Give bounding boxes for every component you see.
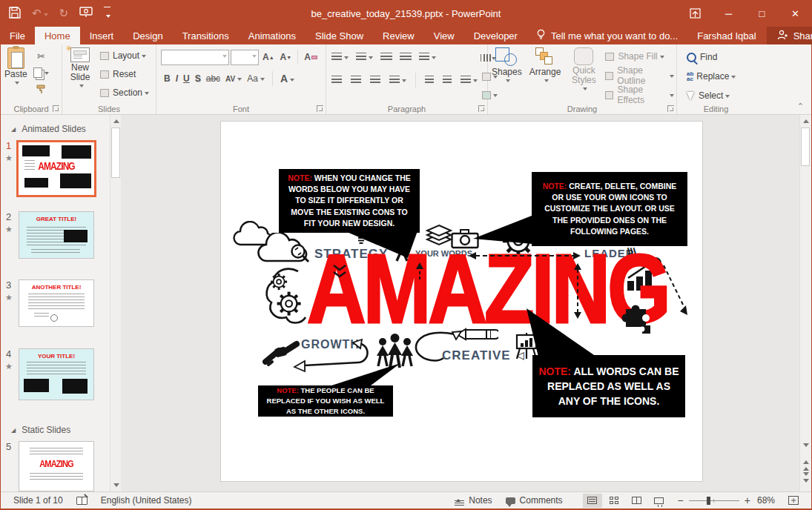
paste-button[interactable]: Paste xyxy=(1,44,31,85)
previous-slide-button[interactable] xyxy=(800,457,811,471)
paragraph-dialog-launcher[interactable] xyxy=(478,105,485,112)
user-account[interactable]: Farshad Iqbal xyxy=(687,27,767,44)
handshake-icon[interactable] xyxy=(263,337,300,371)
tab-developer[interactable]: Developer xyxy=(464,27,527,44)
collapse-ribbon-button[interactable]: ⌃ xyxy=(797,102,804,111)
ribbon-display-options-button[interactable] xyxy=(679,0,712,27)
pane-scroll-thumb[interactable] xyxy=(111,128,120,178)
strikethrough-button[interactable]: abc xyxy=(206,73,220,84)
tab-design[interactable]: Design xyxy=(123,27,172,44)
zoom-out-button[interactable]: − xyxy=(678,494,684,506)
comments-button[interactable]: Comments xyxy=(499,492,570,509)
puzzle-icon[interactable] xyxy=(620,300,653,337)
shape-fill-button[interactable]: Shape Fill xyxy=(603,48,676,64)
text-shadow-button[interactable]: S xyxy=(195,73,201,84)
zoom-in-button[interactable]: + xyxy=(745,494,750,506)
underline-button[interactable]: U xyxy=(183,73,190,84)
arrange-button[interactable]: Arrange xyxy=(526,44,565,83)
align-center-button[interactable] xyxy=(349,72,363,88)
note-callout-top-left[interactable]: NOTE: WHEN YOU CHANGE THE WORDS BELOW YO… xyxy=(279,169,420,233)
tab-animations[interactable]: Animations xyxy=(239,27,306,44)
grow-font-button[interactable]: A▲ xyxy=(260,49,277,65)
cloud-gears-icon[interactable] xyxy=(264,265,311,334)
slide-thumbnail-4[interactable]: YOUR TITLE! xyxy=(19,348,94,400)
section-header-animated[interactable]: ◢ Animated Slides xyxy=(11,124,86,134)
section-header-static[interactable]: ◢ Static Slides xyxy=(11,425,70,435)
section-button[interactable]: Section xyxy=(98,85,151,101)
note-callout-bottom-left[interactable]: NOTE: THE PEOPLE CAN BE REPLACED IF YOU … xyxy=(258,385,393,417)
tab-file[interactable]: File xyxy=(0,27,35,44)
word-creative[interactable]: CREATIVE xyxy=(442,348,511,363)
justify-button[interactable] xyxy=(387,72,409,88)
note-callout-bottom-right[interactable]: NOTE: ALL WORDS CAN BE REPLACED AS WELL … xyxy=(532,355,685,417)
tab-insert[interactable]: Insert xyxy=(80,27,124,44)
new-slide-button[interactable]: ✳ New Slide xyxy=(62,44,98,88)
slide-indicator[interactable]: Slide 1 of 10 xyxy=(7,492,70,509)
undo-button[interactable]: ↶ xyxy=(32,7,48,20)
align-right-button[interactable] xyxy=(368,72,383,88)
increase-indent-button[interactable] xyxy=(397,49,414,65)
share-button[interactable]: Share xyxy=(767,27,812,44)
slide-thumbnail-5[interactable]: AMAZING xyxy=(19,441,94,491)
slide-thumbnail-1[interactable]: AMAZING xyxy=(16,140,96,197)
tab-review[interactable]: Review xyxy=(373,27,424,44)
pane-scroll-up-button[interactable] xyxy=(110,115,122,127)
decrease-indent-button[interactable] xyxy=(378,49,395,65)
find-button[interactable]: Find xyxy=(684,49,755,65)
tab-transitions[interactable]: Transitions xyxy=(173,27,239,44)
canvas-scroll-up-button[interactable] xyxy=(800,115,811,127)
italic-button[interactable]: I xyxy=(176,73,178,84)
tell-me-box[interactable]: Tell me what you want to do... xyxy=(527,27,687,44)
change-case-button[interactable]: Aa xyxy=(247,73,265,84)
zoom-slider-thumb[interactable] xyxy=(707,497,710,505)
pane-scroll-down-button[interactable] xyxy=(110,480,122,491)
start-slideshow-button[interactable] xyxy=(79,7,93,20)
slide-thumbnail-2[interactable]: GREAT TITLE! xyxy=(19,211,94,259)
view-slideshow-button[interactable] xyxy=(650,494,669,508)
quick-styles-button[interactable]: Quick Styles xyxy=(564,44,603,91)
bullets-button[interactable] xyxy=(329,49,351,65)
close-button[interactable]: ✕ xyxy=(779,0,812,27)
view-slide-sorter-button[interactable] xyxy=(605,494,624,508)
layout-button[interactable]: Layout xyxy=(98,47,151,64)
redo-button[interactable]: ↻ xyxy=(59,7,69,20)
text-direction-ltr-button[interactable] xyxy=(423,72,436,88)
shape-effects-button[interactable]: Shape Effects xyxy=(603,87,676,103)
tab-home[interactable]: Home xyxy=(35,27,80,44)
next-slide-button[interactable] xyxy=(800,472,811,486)
align-left-button[interactable] xyxy=(329,72,344,88)
word-amazing[interactable]: AMAZING xyxy=(307,240,668,338)
view-reading-button[interactable] xyxy=(627,494,647,508)
font-size-combo[interactable] xyxy=(231,50,259,65)
columns-button[interactable] xyxy=(458,72,480,88)
cut-button[interactable]: ✂ xyxy=(31,48,51,64)
canvas-scroll-thumb[interactable] xyxy=(801,128,810,166)
pencil-icon[interactable] xyxy=(455,328,498,344)
shape-outline-button[interactable]: Shape Outline xyxy=(603,67,676,84)
maximize-button[interactable]: □ xyxy=(745,0,779,27)
copy-button[interactable] xyxy=(31,64,51,81)
character-spacing-button[interactable]: AV xyxy=(225,73,242,84)
tab-view[interactable]: View xyxy=(424,27,464,44)
save-button[interactable] xyxy=(9,7,21,21)
numbering-button[interactable] xyxy=(354,49,375,65)
slide-canvas[interactable]: STRATEGY YOUR WORDS LEADER ⟩⟩⟩ $ AMAZING xyxy=(220,121,703,482)
clear-formatting-button[interactable]: A xyxy=(302,49,320,65)
zoom-slider[interactable] xyxy=(689,500,739,501)
font-dialog-launcher[interactable] xyxy=(317,105,323,112)
minimize-button[interactable]: ─ xyxy=(712,0,745,27)
replace-button[interactable]: abacReplace xyxy=(684,68,755,85)
shapes-button[interactable]: Shapes xyxy=(488,44,526,83)
shrink-font-button[interactable]: A▼ xyxy=(278,49,294,65)
line-spacing-button[interactable] xyxy=(417,49,438,65)
notes-button[interactable]: Notes xyxy=(448,492,498,509)
view-normal-button[interactable] xyxy=(583,494,602,508)
drawing-dialog-launcher[interactable] xyxy=(667,105,674,112)
word-growth[interactable]: GROWTH xyxy=(301,338,360,351)
font-color-button[interactable]: A xyxy=(280,73,294,85)
canvas-scrollbar[interactable] xyxy=(799,115,811,491)
reset-button[interactable]: Reset xyxy=(98,66,151,82)
spellcheck-button[interactable] xyxy=(70,492,94,509)
select-button[interactable]: Select xyxy=(684,87,755,104)
clipboard-dialog-launcher[interactable] xyxy=(53,105,59,112)
